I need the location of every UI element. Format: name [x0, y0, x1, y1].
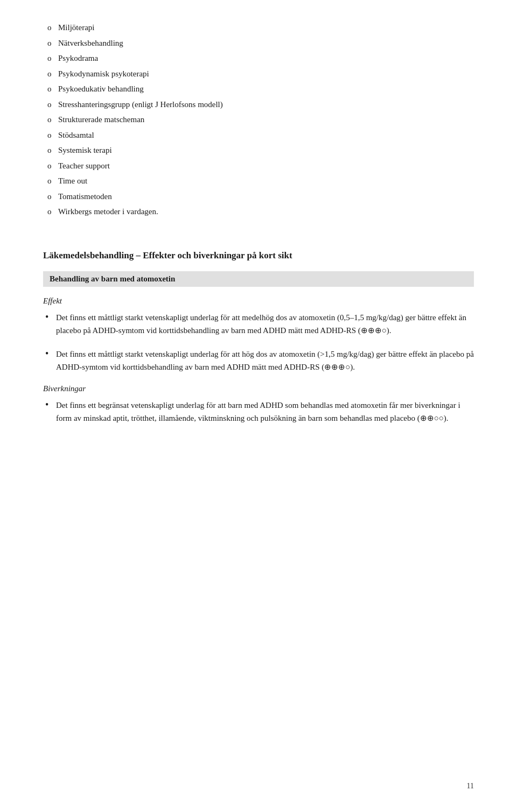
bullet-marker: o — [43, 129, 58, 142]
list-item: o Strukturerade matscheman — [43, 114, 474, 126]
list-section: o Miljöterapi o Nätverksbehandling o Psy… — [43, 22, 474, 218]
effekt-bullets: • Det finns ett måttligt starkt vetenska… — [43, 311, 474, 337]
biverkningar-bullets: • Det finns ett begränsat vetenskapligt … — [43, 399, 474, 425]
bullet-marker: o — [43, 68, 58, 80]
list-item-text: Tomatismetoden — [58, 190, 474, 203]
list-item-text: Systemisk terapi — [58, 144, 474, 157]
list-item-text: Psykoedukativ behandling — [58, 83, 474, 95]
list-item: o Systemisk terapi — [43, 144, 474, 157]
list-item-text: Miljöterapi — [58, 22, 474, 34]
biverkningar-label: Biverkningar — [43, 384, 474, 393]
bullet-text: Det finns ett måttligt starkt vetenskapl… — [56, 311, 474, 337]
list-item: o Tomatismetoden — [43, 190, 474, 203]
bullet-text: Det finns ett måttligt starkt vetenskapl… — [56, 348, 474, 373]
list-item: • Det finns ett måttligt starkt vetenska… — [43, 348, 474, 373]
bullet-marker: o — [43, 52, 58, 65]
list-item: o Stödsamtal — [43, 129, 474, 142]
bullet-text: Det finns ett begränsat vetenskapligt un… — [56, 399, 474, 425]
list-item: o Stresshanteringsgrupp (enligt J Herlof… — [43, 98, 474, 111]
list-item: o Nätverksbehandling — [43, 37, 474, 50]
list-item: o Psykodrama — [43, 52, 474, 65]
list-item: o Psykodynamisk psykoterapi — [43, 68, 474, 80]
list-item: • Det finns ett begränsat vetenskapligt … — [43, 399, 474, 425]
list-item-text: Strukturerade matscheman — [58, 114, 474, 126]
bullet-marker: o — [43, 114, 58, 126]
bullet-dot: • — [43, 311, 56, 323]
list-item-teacher-support: o Teacher support — [43, 160, 474, 172]
therapy-list: o Miljöterapi o Nätverksbehandling o Psy… — [43, 22, 474, 218]
bullet-dot: • — [43, 348, 56, 360]
bullet-marker: o — [43, 37, 58, 50]
list-item: o Psykoedukativ behandling — [43, 83, 474, 95]
list-item: • Det finns ett måttligt starkt vetenska… — [43, 311, 474, 337]
bullet-marker: o — [43, 206, 58, 218]
bullet-marker: o — [43, 160, 58, 172]
bullet-marker: o — [43, 190, 58, 203]
list-item-text: Psykodynamisk psykoterapi — [58, 68, 474, 80]
list-item: o Time out — [43, 175, 474, 187]
bullet-marker: o — [43, 83, 58, 95]
list-item-text: Stresshanteringsgrupp (enligt J Herlofso… — [58, 98, 474, 111]
section-heading: Läkemedelsbehandling – Effekter och bive… — [43, 249, 474, 262]
bullet-marker: o — [43, 144, 58, 157]
bullet-dot: • — [43, 399, 56, 411]
page-number: 11 — [467, 782, 474, 790]
list-item-text: Time out — [58, 175, 474, 187]
subheading-text: Behandling av barn med atomoxetin — [50, 274, 175, 283]
bullet-marker: o — [43, 98, 58, 111]
list-item-text: Nätverksbehandling — [58, 37, 474, 50]
bullet-marker: o — [43, 175, 58, 187]
bullet-marker: o — [43, 22, 58, 34]
effekt-bullets-2: • Det finns ett måttligt starkt vetenska… — [43, 348, 474, 373]
list-item-text: Teacher support — [58, 160, 474, 172]
effekt-label: Effekt — [43, 296, 474, 306]
list-item: o Miljöterapi — [43, 22, 474, 34]
list-item-text: Stödsamtal — [58, 129, 474, 142]
list-item-text: Psykodrama — [58, 52, 474, 65]
list-item-text: Wirkbergs metoder i vardagen. — [58, 206, 474, 218]
list-item: o Wirkbergs metoder i vardagen. — [43, 206, 474, 218]
subheading-bar: Behandling av barn med atomoxetin — [43, 271, 474, 287]
